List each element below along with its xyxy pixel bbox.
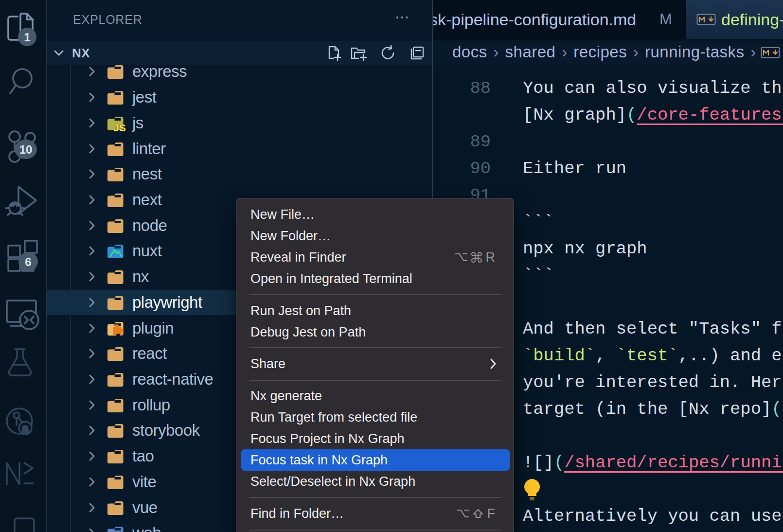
svg-text:6: 6 bbox=[25, 255, 31, 268]
svg-text:10: 10 bbox=[19, 143, 33, 156]
svg-text:a: a bbox=[22, 422, 29, 435]
svg-text:1: 1 bbox=[24, 31, 30, 44]
